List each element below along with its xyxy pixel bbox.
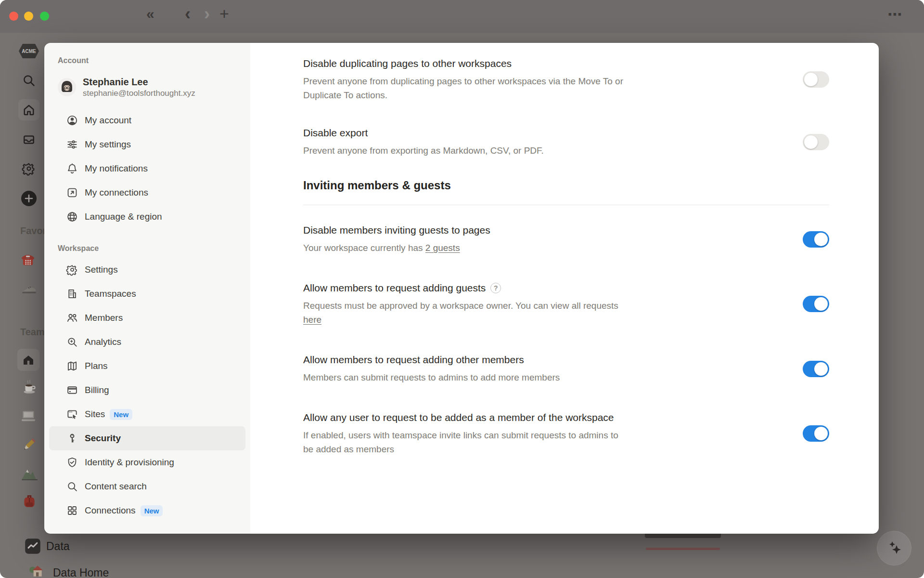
- toggle-knob: [814, 233, 828, 246]
- user-profile: Stephanie Lee stephanie@toolsforthought.…: [58, 76, 250, 99]
- sidebar-item-label: Teamspaces: [85, 289, 136, 299]
- toggle-knob: [814, 362, 828, 376]
- credit-card-icon: [66, 384, 78, 396]
- toggle-request-adding-members[interactable]: [803, 361, 829, 377]
- backpack-emoji-icon[interactable]: [21, 493, 38, 510]
- browser-icon: [66, 408, 78, 420]
- view-requests-link[interactable]: here: [303, 315, 321, 325]
- building-icon: [66, 288, 78, 300]
- background-fragment: [645, 534, 721, 538]
- data-home-page-title[interactable]: Data Home: [53, 566, 109, 578]
- sidebar-item-settings[interactable]: Settings: [49, 258, 245, 282]
- key-icon: [66, 432, 78, 445]
- settings-sidebar: Account Stephanie Lee stephanie@toolsfor…: [44, 43, 250, 534]
- search-icon[interactable]: [22, 73, 36, 88]
- setting-description: Members can submit requests to admins to…: [303, 370, 803, 384]
- ai-assistant-button[interactable]: [877, 531, 911, 565]
- account-section-label: Account: [58, 56, 250, 65]
- toggle-any-user-request-membership[interactable]: [803, 425, 829, 442]
- setting-title: Allow members to request adding guests?: [303, 281, 803, 295]
- guests-count-link[interactable]: 2 guests: [425, 243, 460, 253]
- sidebar-item-label: Sites: [85, 409, 105, 420]
- data-page-title[interactable]: Data: [46, 540, 70, 553]
- setting-request-adding-members: Allow members to request adding other me…: [303, 353, 829, 384]
- telephone-emoji-icon[interactable]: [19, 250, 37, 268]
- user-circle-icon: [66, 114, 78, 127]
- setting-description: Prevent anyone from duplicating pages to…: [303, 74, 803, 102]
- sidebar-item-my-notifications[interactable]: My notifications: [49, 157, 245, 181]
- sidebar-item-label: Language & region: [85, 211, 162, 222]
- sidebar-item-my-connections[interactable]: My connections: [49, 181, 245, 205]
- setting-description: If enabled, users with teamspace invite …: [303, 428, 803, 456]
- help-icon[interactable]: ?: [490, 283, 501, 293]
- toggle-request-adding-guests[interactable]: [803, 296, 829, 312]
- toggle-disable-duplicating[interactable]: [803, 71, 829, 88]
- sidebar-item-language-region[interactable]: Language & region: [49, 205, 245, 229]
- sidebar-item-analytics[interactable]: Analytics: [49, 330, 245, 354]
- toggle-knob: [804, 135, 818, 149]
- setting-disable-duplicating: Disable duplicating pages to other works…: [303, 57, 829, 102]
- acme-logo-text: ACME: [22, 49, 36, 54]
- setting-disable-guest-invites: Disable members inviting guests to pages…: [303, 223, 829, 255]
- sidebar-item-plans[interactable]: Plans: [49, 354, 245, 378]
- setting-description: Requests must be approved by a workspace…: [303, 299, 803, 327]
- sneaker-emoji-icon[interactable]: [20, 280, 38, 298]
- inbox-icon[interactable]: [22, 132, 36, 147]
- arrow-up-right-box-icon: [66, 186, 78, 199]
- more-options-icon[interactable]: ⋯: [887, 6, 903, 23]
- inviting-members-heading: Inviting members & guests: [303, 179, 829, 192]
- settings-modal: Account Stephanie Lee stephanie@toolsfor…: [44, 43, 879, 534]
- sidebar-item-sites[interactable]: Sites New: [49, 402, 245, 426]
- user-name: Stephanie Lee: [83, 76, 195, 88]
- map-icon: [66, 360, 78, 372]
- sidebar-item-security[interactable]: Security: [49, 426, 245, 450]
- minimize-window-button[interactable]: [24, 12, 33, 21]
- new-badge: New: [141, 505, 163, 516]
- setting-request-adding-guests: Allow members to request adding guests? …: [303, 281, 829, 327]
- teamspace-home-icon[interactable]: [21, 353, 36, 367]
- sidebar-item-my-settings[interactable]: My settings: [49, 132, 245, 157]
- house-garden-emoji-icon[interactable]: [28, 563, 44, 578]
- zoom-window-button[interactable]: [40, 12, 49, 21]
- sidebar-item-billing[interactable]: Billing: [49, 378, 245, 402]
- toggle-disable-export[interactable]: [803, 134, 829, 150]
- bell-icon: [66, 162, 78, 175]
- forward-icon[interactable]: ›: [204, 4, 210, 24]
- data-chart-icon[interactable]: [24, 538, 41, 555]
- setting-description: Your workspace currently has 2 guests: [303, 241, 803, 255]
- background-fragment-underline: [646, 548, 720, 550]
- back-icon[interactable]: ‹: [185, 4, 191, 24]
- mountain-emoji-icon[interactable]: [20, 465, 38, 483]
- acme-workspace-logo[interactable]: ACME: [18, 43, 39, 59]
- home-icon[interactable]: [22, 103, 36, 117]
- sidebar-item-identity-provisioning[interactable]: Identity & provisioning: [49, 450, 245, 474]
- titlebar: « ‹ › + ⋯: [0, 0, 924, 33]
- section-divider: [303, 205, 829, 205]
- sliders-icon: [66, 138, 78, 151]
- toggle-knob: [804, 73, 818, 86]
- collapse-sidebar-icon[interactable]: «: [146, 6, 154, 22]
- sidebar-item-my-account[interactable]: My account: [49, 108, 245, 132]
- new-tab-icon[interactable]: +: [219, 4, 229, 23]
- sidebar-item-members[interactable]: Members: [49, 306, 245, 330]
- magnifier-icon: [66, 480, 78, 493]
- coffee-emoji-icon[interactable]: [21, 379, 38, 395]
- sidebar-item-label: Billing: [85, 385, 109, 395]
- sidebar-item-label: Identity & provisioning: [85, 457, 174, 468]
- sidebar-item-label: Connections: [85, 505, 136, 516]
- close-window-button[interactable]: [9, 12, 18, 21]
- sidebar-item-teamspaces[interactable]: Teamspaces: [49, 282, 245, 306]
- pencil-emoji-icon[interactable]: [20, 436, 38, 454]
- toggle-disable-guest-invites[interactable]: [803, 231, 829, 248]
- sidebar-item-label: My connections: [85, 187, 148, 198]
- desktop-emoji-icon[interactable]: [20, 407, 37, 424]
- sidebar-item-connections[interactable]: Connections New: [49, 499, 245, 523]
- toggle-knob: [814, 297, 828, 311]
- setting-title: Disable export: [303, 126, 803, 140]
- app-window: « ‹ › + ⋯ ACME Favorites: [0, 0, 924, 578]
- settings-gear-icon[interactable]: [22, 161, 36, 176]
- sidebar-item-content-search[interactable]: Content search: [49, 474, 245, 499]
- new-page-plus-icon[interactable]: [21, 190, 37, 207]
- members-icon: [66, 312, 78, 324]
- gear-icon: [66, 263, 78, 276]
